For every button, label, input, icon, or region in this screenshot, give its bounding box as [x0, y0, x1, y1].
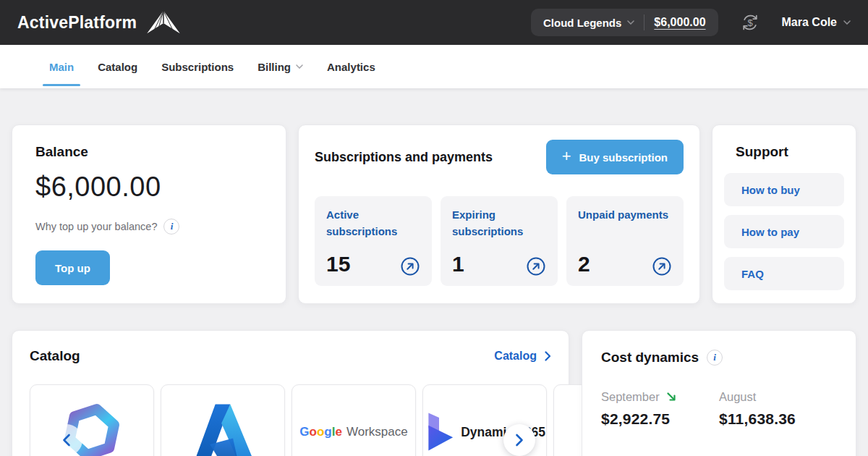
dashboard-screen: ActivePlatform Cloud Legends [0, 0, 868, 456]
how-to-buy-button[interactable]: How to buy [724, 173, 844, 206]
catalog-title: Catalog [30, 348, 80, 364]
main-nav: Main Catalog Subscriptions Billing Analy… [0, 45, 868, 88]
header-balance-link[interactable]: $6,000.00 [654, 16, 705, 29]
support-card: Support How to buy How to pay FAQ [712, 124, 856, 304]
tab-subscriptions[interactable]: Subscriptions [161, 45, 234, 88]
balance-amount: $6,000.00 [35, 172, 263, 203]
tab-catalog-label: Catalog [98, 61, 137, 73]
support-title: Support [736, 144, 844, 160]
tab-billing-label: Billing [258, 61, 291, 73]
brand-mark-icon [145, 9, 182, 36]
tile-value: 15 [326, 252, 350, 276]
cost-dynamics-card: Cost dynamics i September $2,922.75 [582, 330, 856, 456]
tile-label: Active subscriptions [326, 207, 420, 240]
tab-main-label: Main [49, 61, 74, 73]
top-header: ActivePlatform Cloud Legends [0, 0, 868, 45]
chevron-right-icon [515, 434, 524, 447]
info-icon[interactable]: i [163, 219, 179, 235]
google-workspace-logo: Google Workspace [299, 425, 407, 439]
balance-hint: Why top up your balance? [35, 221, 157, 232]
period-value: $11,638.36 [719, 410, 837, 428]
dynamics-365-icon [424, 411, 454, 453]
svg-text:$: $ [747, 17, 753, 28]
tab-billing[interactable]: Billing [258, 45, 303, 88]
product-card-microsoft-azure[interactable] [161, 384, 285, 456]
tile-active-subscriptions: Active subscriptions 15 [315, 196, 432, 286]
azure-logo-icon [190, 401, 255, 456]
trend-down-icon [666, 392, 677, 402]
subscriptions-title: Subscriptions and payments [315, 150, 493, 165]
period-september: September $2,922.75 [601, 390, 719, 428]
faq-button[interactable]: FAQ [724, 257, 844, 290]
tab-subscriptions-label: Subscriptions [161, 61, 234, 73]
chevron-down-icon [843, 20, 851, 25]
open-arrow-icon[interactable] [526, 256, 546, 276]
buy-subscription-button[interactable]: + Buy subscription [546, 140, 684, 174]
top-up-button[interactable]: Top up [35, 250, 110, 285]
header-right: Cloud Legends $6,000.00 $ Mar [531, 9, 851, 36]
period-label: September [601, 390, 660, 404]
open-arrow-icon[interactable] [652, 256, 672, 276]
tile-value: 1 [452, 252, 464, 276]
pill-divider [644, 14, 644, 30]
cost-dynamics-title: Cost dynamics [601, 350, 699, 366]
carousel-prev-button[interactable] [51, 424, 82, 456]
google-wordmark: Google [299, 425, 342, 439]
tab-analytics[interactable]: Analytics [327, 45, 375, 88]
period-label: August [719, 390, 756, 404]
tile-label: Unpaid payments [578, 207, 672, 224]
product-card-google-workspace[interactable]: Google Workspace [292, 384, 416, 456]
period-august: August $11,638.36 [719, 390, 837, 428]
tab-analytics-label: Analytics [327, 61, 375, 73]
subscription-tiles: Active subscriptions 15 Expiring subscri… [315, 196, 684, 286]
chevron-right-icon [545, 351, 551, 361]
user-name: Mara Cole [782, 16, 837, 29]
chevron-left-icon [62, 434, 71, 447]
carousel-next-button[interactable] [503, 424, 535, 456]
workspace-wordmark: Workspace [346, 425, 408, 439]
tile-expiring-subscriptions: Expiring subscriptions 1 [441, 196, 558, 286]
brand-name: ActivePlatform [17, 13, 137, 33]
brand-logo[interactable]: ActivePlatform [17, 9, 182, 36]
product-carousel: Google Workspace [30, 384, 551, 456]
tile-label: Expiring subscriptions [452, 207, 546, 240]
balance-title: Balance [35, 144, 263, 160]
account-name: Cloud Legends [543, 17, 621, 29]
tab-catalog[interactable]: Catalog [98, 45, 137, 88]
buy-subscription-label: Buy subscription [579, 151, 668, 164]
tile-unpaid-payments: Unpaid payments 2 [566, 196, 684, 286]
catalog-link-label: Catalog [494, 350, 537, 363]
open-arrow-icon[interactable] [400, 256, 420, 276]
how-to-pay-button[interactable]: How to pay [724, 215, 844, 248]
product-card-microsoft-365[interactable] [30, 384, 154, 456]
user-menu[interactable]: Mara Cole [782, 16, 851, 29]
catalog-link[interactable]: Catalog [494, 350, 551, 363]
balance-card: Balance $6,000.00 Why top up your balanc… [12, 124, 286, 304]
catalog-card: Catalog Catalog [12, 330, 569, 456]
account-pill: Cloud Legends $6,000.00 [531, 9, 718, 36]
chevron-down-icon [296, 64, 303, 69]
subscriptions-card: Subscriptions and payments + Buy subscri… [298, 124, 700, 304]
plus-icon: + [562, 148, 571, 164]
tile-value: 2 [578, 252, 590, 276]
period-value: $2,922.75 [601, 410, 719, 428]
info-icon[interactable]: i [707, 350, 723, 366]
currency-exchange-icon[interactable]: $ [740, 12, 760, 33]
chevron-down-icon [627, 20, 634, 25]
tab-main[interactable]: Main [49, 45, 74, 88]
account-switcher[interactable]: Cloud Legends [543, 17, 634, 29]
